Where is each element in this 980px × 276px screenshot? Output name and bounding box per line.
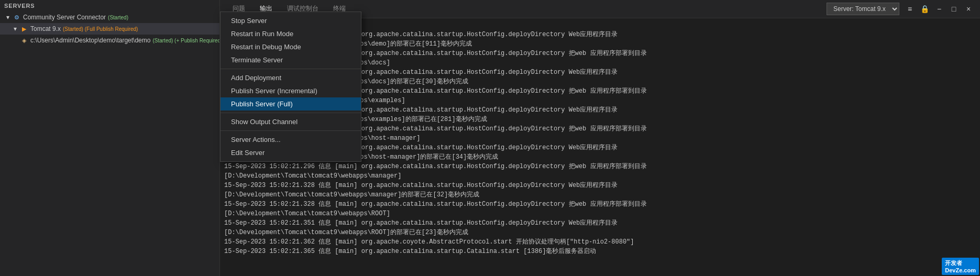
sidebar-header: SERVERS <box>0 0 219 12</box>
maximize-btn[interactable]: □ <box>948 3 960 15</box>
menu-publish-full[interactable]: Publish Server (Full) <box>221 97 361 111</box>
menu-stop-server[interactable]: Stop Server <box>221 14 361 27</box>
log-line: [D:\Development\Tomcat\tomcat9\webapps\m… <box>224 190 976 200</box>
menu-add-deployment[interactable]: Add Deployment <box>221 71 361 84</box>
menu-restart-run[interactable]: Restart in Run Mode <box>221 27 361 40</box>
tomcat-label: Tomcat 9.x <box>30 25 61 32</box>
server-select[interactable]: Server: Tomcat 9.x <box>827 3 899 15</box>
menu-edit-server[interactable]: Edit Server <box>221 146 361 159</box>
sidebar-title: SERVERS <box>4 3 35 9</box>
log-line: [D:\Development\Tomcat\tomcat9\webapps\R… <box>224 209 976 218</box>
log-line: [D:\Development\Tomcat\tomcat9\webapps\m… <box>224 171 976 181</box>
close-btn[interactable]: × <box>962 3 975 15</box>
log-line: 15-Sep-2023 15:02:21.328 信息 [main] org.a… <box>224 181 976 190</box>
menu-server-actions[interactable]: Server Actions... <box>221 133 361 146</box>
log-line: 15-Sep-2023 15:02:21.328 信息 [main] org.a… <box>224 200 976 209</box>
community-label: Community Server Connector <box>23 14 106 21</box>
tomcat-icon: ▶ <box>20 25 28 33</box>
minimize-btn[interactable]: − <box>933 3 945 15</box>
menu-show-output[interactable]: Show Output Channel <box>221 115 361 128</box>
chevron-community <box>4 14 12 21</box>
separator-3 <box>221 130 361 131</box>
log-line: 15-Sep-2023 15:02:21.365 信息 [main] org.a… <box>224 247 976 256</box>
log-line: 15-Sep-2023 15:02:21.351 信息 [main] org.a… <box>224 218 976 228</box>
sidebar-item-demo[interactable]: ◈ c:\Users\Admin\Desktop\demo\target\dem… <box>0 35 219 46</box>
menu-restart-debug[interactable]: Restart in Debug Mode <box>221 40 361 53</box>
menu-publish-incremental[interactable]: Publish Server (Incremental) <box>221 84 361 97</box>
demo-status: (Started) (+ Publish Required) <box>152 38 219 43</box>
community-status: (Started) <box>108 15 128 20</box>
sidebar-item-tomcat[interactable]: ▶ Tomcat 9.x (Started) (Full Publish Req… <box>0 23 219 35</box>
log-line: [D:\Development\Tomcat\tomcat9\webapps\R… <box>224 228 976 237</box>
list-icon-btn[interactable]: ≡ <box>904 3 916 15</box>
tomcat-status: (Started) (Full Publish Required) <box>63 26 138 32</box>
demo-label: c:\Users\Admin\Desktop\demo\target\demo <box>30 37 150 44</box>
context-menu: Stop Server Restart in Run Mode Restart … <box>220 12 361 162</box>
sidebar-item-community[interactable]: ⚙ Community Server Connector (Started) <box>0 12 219 23</box>
toolbar-icons: ≡ 🔒 − □ × <box>904 3 975 15</box>
watermark: 开发者DevZe.com <box>942 258 979 275</box>
sidebar-tree: ⚙ Community Server Connector (Started) ▶… <box>0 12 219 276</box>
separator-2 <box>221 113 361 113</box>
chevron-tomcat <box>12 25 19 32</box>
sidebar: SERVERS ⚙ Community Server Connector (St… <box>0 0 220 276</box>
server-icon: ⚙ <box>13 13 21 21</box>
log-line: 15-Sep-2023 15:02:21.362 信息 [main] org.a… <box>224 237 976 247</box>
log-line: 15-Sep-2023 15:02:21.296 信息 [main] org.a… <box>224 162 976 171</box>
lock-icon-btn[interactable]: 🔒 <box>918 3 931 15</box>
app-layout: SERVERS ⚙ Community Server Connector (St… <box>0 0 980 276</box>
menu-terminate-server[interactable]: Terminate Server <box>221 53 361 67</box>
folder-icon: ◈ <box>20 36 28 45</box>
context-menu-overlay: Stop Server Restart in Run Mode Restart … <box>220 12 361 162</box>
separator-1 <box>221 69 361 69</box>
